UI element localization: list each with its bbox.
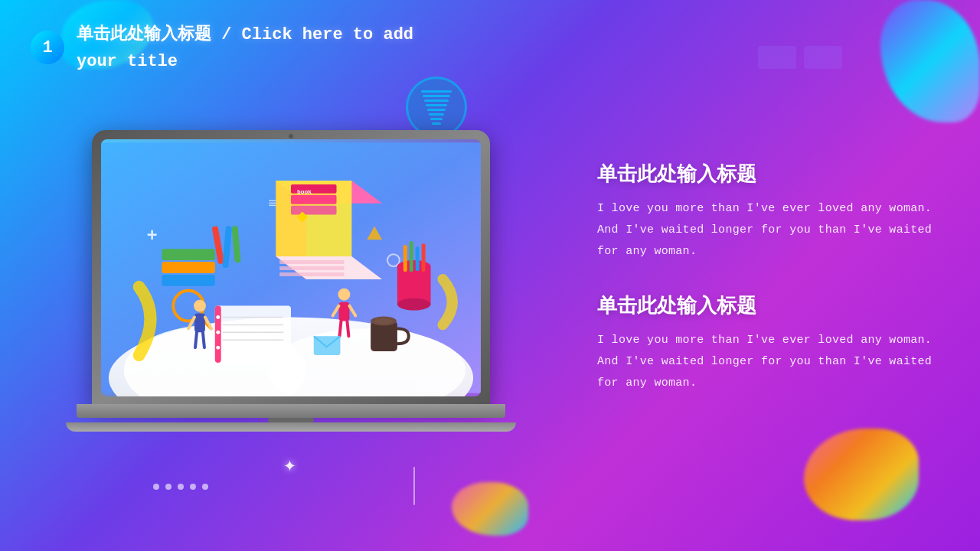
circle-line — [432, 122, 441, 125]
svg-line-45 — [347, 321, 348, 336]
section-2-body: I love you more than I've ever loved any… — [597, 330, 934, 393]
dot-3 — [178, 484, 184, 490]
svg-rect-32 — [416, 246, 420, 271]
main-title[interactable]: 单击此处输入标题 / Click here to add your title — [77, 21, 459, 75]
laptop-screen-outer: + ≡ — [92, 130, 490, 406]
circle-line — [423, 95, 450, 97]
circle-lines — [421, 90, 452, 125]
svg-rect-16 — [279, 260, 344, 264]
svg-point-52 — [216, 315, 220, 319]
right-content: 单击此处输入标题 I love you more than I've ever … — [597, 161, 934, 425]
section-2-title[interactable]: 单击此处输入标题 — [597, 292, 934, 319]
svg-point-53 — [216, 331, 220, 334]
svg-rect-33 — [422, 243, 426, 272]
svg-text:+: + — [147, 226, 158, 246]
svg-point-54 — [216, 346, 220, 350]
circle-line — [430, 118, 443, 120]
laptop-base-top — [77, 404, 505, 418]
svg-point-57 — [374, 318, 393, 324]
svg-rect-55 — [371, 321, 397, 351]
vertical-line-decoration — [413, 467, 415, 505]
section-1-title[interactable]: 单击此处输入标题 — [597, 161, 934, 187]
circle-line — [427, 109, 446, 111]
top-rect-decoration — [758, 46, 842, 69]
svg-text:≡: ≡ — [268, 196, 276, 211]
blob-top-right — [880, 0, 980, 122]
svg-rect-21 — [162, 275, 214, 286]
title-cn: 单击此处输入标题 — [77, 25, 211, 44]
svg-rect-18 — [279, 272, 344, 276]
svg-rect-46 — [215, 306, 291, 363]
dots-decoration — [153, 484, 208, 490]
svg-rect-13 — [291, 206, 337, 215]
dot-4 — [190, 484, 196, 490]
dot-5 — [202, 484, 208, 490]
dot-1 — [153, 484, 159, 490]
laptop-illustration: + ≡ — [77, 130, 505, 452]
number-badge: 1 — [31, 31, 64, 64]
screen-illustration-svg: + ≡ — [101, 139, 481, 396]
section-1-body: I love you more than I've ever loved any… — [597, 198, 934, 262]
dot-2 — [165, 484, 172, 490]
svg-line-39 — [203, 332, 204, 347]
circle-line — [426, 104, 447, 106]
circle-line — [429, 113, 444, 116]
svg-rect-17 — [279, 266, 344, 270]
svg-rect-31 — [410, 241, 413, 272]
svg-rect-41 — [338, 302, 349, 321]
blob-bottom-center — [452, 482, 528, 536]
sparkle-decoration: ✦ — [283, 452, 296, 478]
svg-rect-12 — [291, 195, 337, 204]
camera-dot — [289, 134, 293, 139]
badge-number: 1 — [42, 38, 52, 57]
laptop-base-bottom — [66, 422, 516, 432]
top-rect-2 — [804, 46, 842, 69]
svg-point-34 — [194, 300, 206, 312]
svg-rect-35 — [194, 314, 205, 333]
blob-bottom-right — [804, 429, 919, 520]
svg-text:book: book — [297, 188, 312, 195]
top-rect-1 — [758, 46, 796, 69]
svg-line-44 — [339, 321, 341, 336]
content-section-2[interactable]: 单击此处输入标题 I love you more than I've ever … — [597, 292, 934, 393]
content-section-1[interactable]: 单击此处输入标题 I love you more than I've ever … — [597, 161, 934, 262]
svg-rect-30 — [403, 245, 407, 272]
svg-point-40 — [338, 289, 351, 301]
svg-rect-19 — [162, 249, 214, 260]
svg-point-29 — [397, 298, 431, 311]
circle-line — [421, 90, 452, 93]
svg-line-38 — [195, 332, 197, 347]
circle-line — [424, 99, 449, 102]
circle-decoration — [406, 77, 467, 138]
svg-rect-20 — [162, 262, 214, 273]
title-area[interactable]: 单击此处输入标题 / Click here to add your title — [77, 21, 459, 75]
laptop-base — [77, 404, 505, 442]
laptop-screen-inner: + ≡ — [101, 139, 481, 396]
